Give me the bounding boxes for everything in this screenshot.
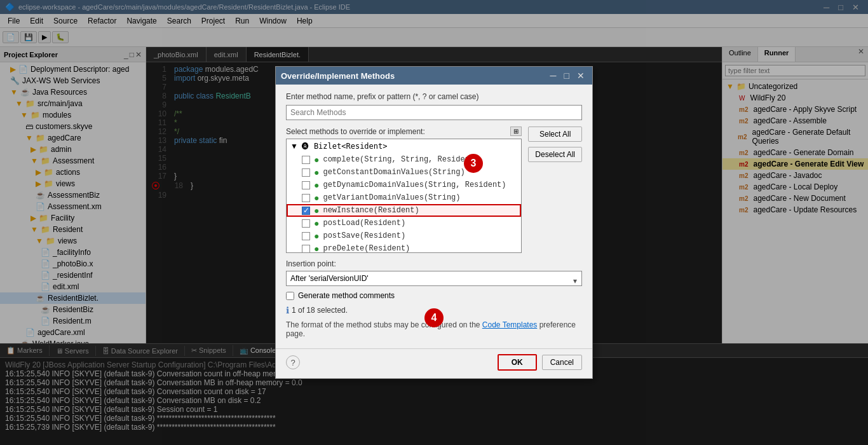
method-name: getConstantDomainValues(String) bbox=[323, 168, 465, 177]
method-postload[interactable]: ● postLoad(Resident) bbox=[287, 217, 521, 229]
selected-count-text: 1 of 18 selected. bbox=[292, 306, 348, 315]
badge-4: 4 bbox=[424, 308, 444, 327]
method-getconstant[interactable]: ● getConstantDomainValues(String) bbox=[287, 166, 521, 179]
methods-search-input[interactable] bbox=[286, 105, 582, 120]
methods-tree-root[interactable]: ▼ 🅐 Bizlet<Resident> bbox=[287, 139, 521, 153]
select-all-button[interactable]: Select All bbox=[528, 127, 582, 142]
methods-label-text: Select methods to override or implement: bbox=[286, 127, 425, 136]
method-checkbox-getvariant[interactable] bbox=[302, 194, 310, 202]
method-checkbox-getconstant[interactable] bbox=[302, 168, 310, 177]
methods-label: Select methods to override or implement:… bbox=[286, 127, 522, 136]
config-prefix: The format of the method stubs may be co… bbox=[286, 320, 482, 329]
method-newinstance[interactable]: ✓ ● newInstance(Resident) bbox=[287, 204, 521, 217]
method-name: preDelete(Resident) bbox=[323, 244, 410, 253]
methods-list: ▼ 🅐 Bizlet<Resident> ● complete(String, … bbox=[286, 139, 522, 253]
method-predelete[interactable]: ● preDelete(Resident) bbox=[287, 242, 521, 253]
method-name: postSave(Resident) bbox=[323, 231, 405, 240]
dialog-footer: ? OK Cancel bbox=[276, 348, 592, 378]
method-name: newInstance(Resident) bbox=[323, 206, 419, 215]
method-checkbox-newinstance[interactable]: ✓ bbox=[302, 207, 310, 215]
method-getdynamic[interactable]: ● getDynamicDomainValues(String, Residen… bbox=[287, 179, 521, 191]
dialog-overlay: Override/Implement Methods ─ □ ✕ Enter m… bbox=[0, 0, 868, 445]
dialog-minimize-button[interactable]: ─ bbox=[548, 71, 559, 81]
expand-all-button[interactable]: ⊞ bbox=[510, 127, 522, 136]
method-getvariant[interactable]: ● getVariantDomainValues(String) bbox=[287, 191, 521, 204]
green-dot-icon: ● bbox=[314, 231, 319, 241]
cancel-button[interactable]: Cancel bbox=[542, 355, 582, 370]
green-dot-icon: ● bbox=[314, 193, 319, 203]
help-button[interactable]: ? bbox=[286, 355, 300, 369]
method-postsave[interactable]: ● postSave(Resident) bbox=[287, 229, 521, 242]
generate-comments-label: Generate method comments bbox=[298, 291, 395, 300]
method-checkbox-predelete[interactable] bbox=[302, 245, 310, 253]
method-checkbox-postload[interactable] bbox=[302, 219, 310, 228]
dialog-title: Override/Implement Methods bbox=[281, 71, 395, 81]
side-buttons: Select All Deselect All bbox=[528, 127, 582, 162]
green-dot-icon: ● bbox=[314, 180, 319, 190]
method-checkbox-getdynamic[interactable] bbox=[302, 181, 310, 189]
green-dot-icon: ● bbox=[314, 243, 319, 253]
footer-left: ? bbox=[286, 355, 300, 369]
insertion-point-select[interactable]: After 'serialVersionUID' bbox=[286, 271, 582, 286]
dialog-title-bar: Override/Implement Methods ─ □ ✕ bbox=[276, 67, 592, 85]
method-name: complete(String, String, Resident) bbox=[323, 155, 478, 164]
code-templates-link[interactable]: Code Templates bbox=[482, 320, 538, 329]
tree-root-label: Bizlet<Resident> bbox=[314, 142, 388, 151]
insertion-point-label: Insertion point: bbox=[286, 259, 582, 268]
dialog-maximize-button[interactable]: □ bbox=[562, 71, 572, 81]
override-implement-dialog: Override/Implement Methods ─ □ ✕ Enter m… bbox=[275, 66, 593, 379]
dialog-title-controls[interactable]: ─ □ ✕ bbox=[548, 71, 587, 81]
method-name: getDynamicDomainValues(String, Resident) bbox=[323, 181, 506, 189]
info-icon: ℹ bbox=[286, 305, 289, 315]
green-dot-icon: ● bbox=[314, 218, 319, 228]
dialog-close-button[interactable]: ✕ bbox=[574, 71, 587, 81]
green-dot-icon: ● bbox=[314, 167, 319, 177]
tree-root-access-icon: 🅐 bbox=[302, 142, 309, 150]
generate-comments-checkbox[interactable] bbox=[286, 292, 294, 300]
dialog-instruction: Enter method name, prefix or pattern (*,… bbox=[286, 92, 582, 101]
generate-comments-row: Generate method comments bbox=[286, 291, 582, 300]
ok-button[interactable]: OK bbox=[498, 354, 537, 371]
method-name: getVariantDomainValues(String) bbox=[323, 193, 460, 202]
footer-right: OK Cancel bbox=[498, 354, 582, 371]
tree-expand-icon: ▼ bbox=[290, 142, 298, 151]
method-name: postLoad(Resident) bbox=[323, 219, 405, 228]
insertion-select-wrapper: After 'serialVersionUID' bbox=[286, 271, 582, 291]
deselect-all-button[interactable]: Deselect All bbox=[528, 147, 582, 162]
method-complete[interactable]: ● complete(String, String, Resident) bbox=[287, 153, 521, 166]
green-dot-icon: ● bbox=[314, 154, 319, 165]
method-checkbox-postsave[interactable] bbox=[302, 232, 310, 240]
green-dot-icon: ● bbox=[314, 205, 319, 216]
badge-3: 3 bbox=[464, 154, 483, 173]
method-checkbox-complete[interactable] bbox=[302, 156, 310, 164]
